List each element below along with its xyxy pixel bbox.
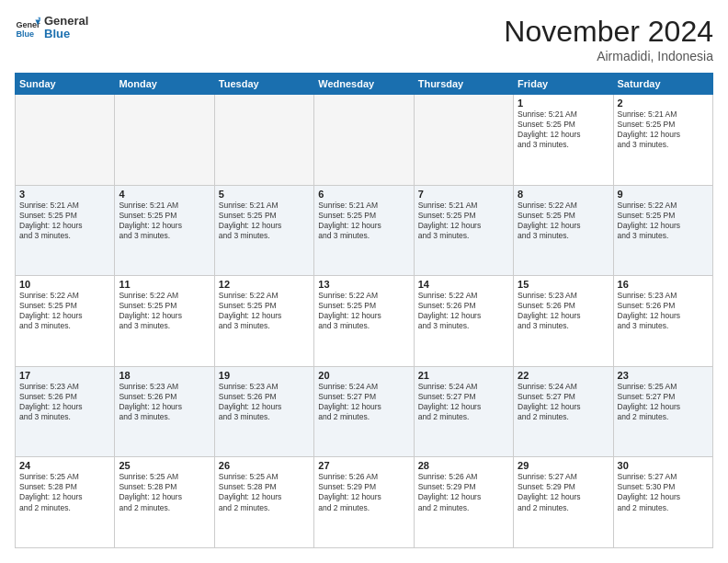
day-info: Sunrise: 5:26 AMSunset: 5:29 PMDaylight:… (318, 472, 409, 512)
week-row-4: 17Sunrise: 5:23 AMSunset: 5:26 PMDayligh… (16, 366, 713, 457)
calendar-cell: 4Sunrise: 5:21 AMSunset: 5:25 PMDaylight… (115, 185, 214, 276)
day-info: Sunrise: 5:21 AMSunset: 5:25 PMDaylight:… (418, 201, 509, 241)
day-number: 7 (418, 189, 509, 200)
calendar-cell: 23Sunrise: 5:25 AMSunset: 5:27 PMDayligh… (613, 366, 712, 457)
calendar-cell: 3Sunrise: 5:21 AMSunset: 5:25 PMDaylight… (16, 185, 115, 276)
calendar-cell: 18Sunrise: 5:23 AMSunset: 5:26 PMDayligh… (115, 366, 214, 457)
day-info: Sunrise: 5:22 AMSunset: 5:25 PMDaylight:… (19, 291, 110, 331)
calendar-cell: 8Sunrise: 5:22 AMSunset: 5:25 PMDaylight… (514, 185, 613, 276)
day-number: 6 (318, 189, 409, 200)
day-number: 15 (518, 279, 609, 290)
day-number: 12 (219, 279, 310, 290)
calendar-cell: 14Sunrise: 5:22 AMSunset: 5:26 PMDayligh… (414, 276, 513, 367)
logo-icon: General Blue (15, 15, 40, 40)
day-number: 29 (518, 460, 609, 471)
day-info: Sunrise: 5:25 AMSunset: 5:28 PMDaylight:… (119, 472, 210, 512)
day-number: 18 (119, 370, 210, 381)
calendar-cell: 11Sunrise: 5:22 AMSunset: 5:25 PMDayligh… (115, 276, 214, 367)
day-info: Sunrise: 5:22 AMSunset: 5:25 PMDaylight:… (518, 201, 609, 241)
day-info: Sunrise: 5:25 AMSunset: 5:28 PMDaylight:… (19, 472, 110, 512)
weekday-wednesday: Wednesday (314, 74, 414, 95)
day-number: 22 (518, 370, 609, 381)
day-number: 20 (318, 370, 409, 381)
calendar-cell: 28Sunrise: 5:26 AMSunset: 5:29 PMDayligh… (414, 457, 513, 548)
day-info: Sunrise: 5:24 AMSunset: 5:27 PMDaylight:… (518, 382, 609, 422)
day-number: 28 (418, 460, 509, 471)
day-info: Sunrise: 5:24 AMSunset: 5:27 PMDaylight:… (418, 382, 509, 422)
calendar-cell: 13Sunrise: 5:22 AMSunset: 5:25 PMDayligh… (314, 276, 414, 367)
calendar-cell: 29Sunrise: 5:27 AMSunset: 5:29 PMDayligh… (514, 457, 613, 548)
day-info: Sunrise: 5:21 AMSunset: 5:25 PMDaylight:… (119, 201, 210, 241)
day-info: Sunrise: 5:25 AMSunset: 5:28 PMDaylight:… (219, 472, 310, 512)
day-info: Sunrise: 5:24 AMSunset: 5:27 PMDaylight:… (318, 382, 409, 422)
calendar-cell: 27Sunrise: 5:26 AMSunset: 5:29 PMDayligh… (314, 457, 414, 548)
calendar-cell (414, 95, 513, 186)
calendar-cell: 24Sunrise: 5:25 AMSunset: 5:28 PMDayligh… (16, 457, 115, 548)
day-number: 16 (618, 279, 709, 290)
week-row-3: 10Sunrise: 5:22 AMSunset: 5:25 PMDayligh… (16, 276, 713, 367)
day-number: 11 (119, 279, 210, 290)
weekday-header-row: SundayMondayTuesdayWednesdayThursdayFrid… (16, 74, 713, 95)
day-info: Sunrise: 5:21 AMSunset: 5:25 PMDaylight:… (518, 109, 609, 150)
header: General Blue General Blue November 2024 … (15, 15, 713, 63)
day-info: Sunrise: 5:23 AMSunset: 5:26 PMDaylight:… (119, 382, 210, 422)
week-row-5: 24Sunrise: 5:25 AMSunset: 5:28 PMDayligh… (16, 457, 713, 548)
calendar-cell: 10Sunrise: 5:22 AMSunset: 5:25 PMDayligh… (16, 276, 115, 367)
day-info: Sunrise: 5:22 AMSunset: 5:25 PMDaylight:… (219, 291, 310, 331)
day-number: 10 (19, 279, 110, 290)
day-info: Sunrise: 5:22 AMSunset: 5:25 PMDaylight:… (318, 291, 409, 331)
day-number: 30 (618, 460, 709, 471)
calendar-cell: 26Sunrise: 5:25 AMSunset: 5:28 PMDayligh… (214, 457, 313, 548)
calendar-cell: 9Sunrise: 5:22 AMSunset: 5:25 PMDaylight… (613, 185, 712, 276)
calendar-cell: 5Sunrise: 5:21 AMSunset: 5:25 PMDaylight… (214, 185, 313, 276)
day-info: Sunrise: 5:22 AMSunset: 5:26 PMDaylight:… (418, 291, 509, 331)
day-number: 5 (219, 189, 310, 200)
weekday-friday: Friday (514, 74, 613, 95)
calendar-cell: 20Sunrise: 5:24 AMSunset: 5:27 PMDayligh… (314, 366, 414, 457)
calendar-cell (16, 95, 115, 186)
day-info: Sunrise: 5:27 AMSunset: 5:30 PMDaylight:… (618, 472, 709, 512)
calendar-cell: 12Sunrise: 5:22 AMSunset: 5:25 PMDayligh… (214, 276, 313, 367)
day-info: Sunrise: 5:23 AMSunset: 5:26 PMDaylight:… (19, 382, 110, 422)
calendar-cell: 30Sunrise: 5:27 AMSunset: 5:30 PMDayligh… (613, 457, 712, 548)
svg-text:Blue: Blue (16, 29, 34, 39)
day-info: Sunrise: 5:23 AMSunset: 5:26 PMDaylight:… (219, 382, 310, 422)
logo-line1: General (44, 15, 88, 28)
day-number: 17 (19, 370, 110, 381)
calendar-cell: 25Sunrise: 5:25 AMSunset: 5:28 PMDayligh… (115, 457, 214, 548)
day-number: 24 (19, 460, 110, 471)
title-block: November 2024 Airmadidi, Indonesia (504, 15, 713, 63)
calendar-cell: 6Sunrise: 5:21 AMSunset: 5:25 PMDaylight… (314, 185, 414, 276)
location: Airmadidi, Indonesia (504, 49, 713, 63)
day-number: 4 (119, 189, 210, 200)
calendar-cell: 21Sunrise: 5:24 AMSunset: 5:27 PMDayligh… (414, 366, 513, 457)
calendar-cell: 16Sunrise: 5:23 AMSunset: 5:26 PMDayligh… (613, 276, 712, 367)
logo-line2: Blue (44, 28, 88, 40)
calendar-cell: 2Sunrise: 5:21 AMSunset: 5:25 PMDaylight… (613, 95, 712, 186)
day-number: 1 (518, 98, 609, 109)
day-info: Sunrise: 5:22 AMSunset: 5:25 PMDaylight:… (119, 291, 210, 331)
day-number: 25 (119, 460, 210, 471)
day-number: 21 (418, 370, 509, 381)
day-info: Sunrise: 5:21 AMSunset: 5:25 PMDaylight:… (219, 201, 310, 241)
weekday-monday: Monday (115, 74, 214, 95)
day-number: 3 (19, 189, 110, 200)
week-row-1: 1Sunrise: 5:21 AMSunset: 5:25 PMDaylight… (16, 95, 713, 186)
day-number: 8 (518, 189, 609, 200)
day-info: Sunrise: 5:21 AMSunset: 5:25 PMDaylight:… (19, 201, 110, 241)
day-number: 27 (318, 460, 409, 471)
logo: General Blue General Blue (15, 15, 88, 41)
day-number: 26 (219, 460, 310, 471)
calendar-cell (214, 95, 313, 186)
day-info: Sunrise: 5:21 AMSunset: 5:25 PMDaylight:… (318, 201, 409, 241)
day-number: 9 (618, 189, 709, 200)
day-info: Sunrise: 5:26 AMSunset: 5:29 PMDaylight:… (418, 472, 509, 512)
day-number: 14 (418, 279, 509, 290)
calendar-cell (115, 95, 214, 186)
day-info: Sunrise: 5:23 AMSunset: 5:26 PMDaylight:… (618, 291, 709, 331)
calendar-cell: 1Sunrise: 5:21 AMSunset: 5:25 PMDaylight… (514, 95, 613, 186)
calendar-cell: 22Sunrise: 5:24 AMSunset: 5:27 PMDayligh… (514, 366, 613, 457)
calendar: SundayMondayTuesdayWednesdayThursdayFrid… (15, 73, 713, 548)
day-info: Sunrise: 5:23 AMSunset: 5:26 PMDaylight:… (518, 291, 609, 331)
week-row-2: 3Sunrise: 5:21 AMSunset: 5:25 PMDaylight… (16, 185, 713, 276)
